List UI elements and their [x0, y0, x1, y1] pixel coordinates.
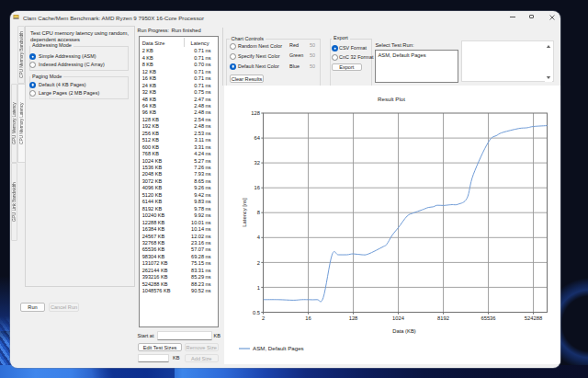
svg-text:16: 16: [254, 185, 260, 190]
svg-text:Latency [ns]: Latency [ns]: [242, 198, 247, 227]
svg-text:8: 8: [257, 210, 260, 215]
svg-text:524288: 524288: [525, 315, 542, 321]
svg-text:1: 1: [257, 285, 260, 291]
svg-text:128: 128: [349, 315, 358, 321]
svg-text:4: 4: [257, 235, 261, 240]
svg-text:1024: 1024: [392, 315, 405, 321]
svg-text:64: 64: [254, 135, 261, 141]
svg-text:ASM, Default Pages: ASM, Default Pages: [253, 345, 304, 351]
svg-text:32: 32: [254, 160, 260, 166]
svg-text:8192: 8192: [437, 315, 449, 321]
svg-text:2: 2: [257, 260, 260, 266]
svg-text:2: 2: [262, 315, 265, 321]
svg-text:Data (KB): Data (KB): [392, 328, 416, 334]
svg-text:16: 16: [305, 315, 311, 321]
svg-text:128: 128: [251, 110, 260, 116]
svg-text:0.5: 0.5: [253, 310, 260, 315]
svg-text:Result Plot: Result Plot: [378, 96, 405, 102]
svg-text:65536: 65536: [481, 315, 495, 321]
